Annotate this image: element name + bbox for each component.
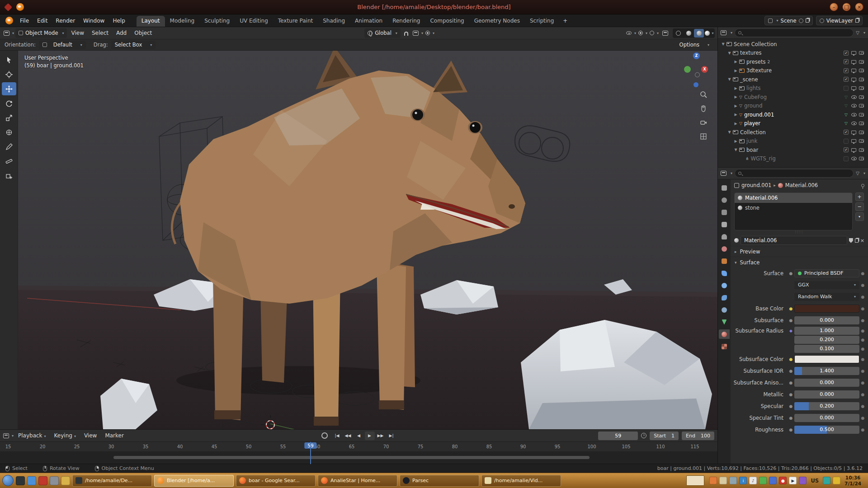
tab-modifiers[interactable] (719, 268, 730, 278)
tab-uv-editing[interactable]: UV Editing (235, 16, 273, 27)
record-tray-icon[interactable]: ● (779, 477, 787, 484)
outliner-row-boar[interactable]: ▼boar✓ (718, 145, 868, 155)
outliner-row-3dtexture[interactable]: ▶3dtexture✓ (718, 66, 868, 75)
unlink-icon[interactable]: × (860, 238, 864, 244)
filter-icon[interactable]: ▽ (856, 30, 859, 35)
tab-scene[interactable] (719, 232, 730, 241)
metallic-slider[interactable]: 0.000 (794, 390, 859, 399)
timeline-editor-icon[interactable] (3, 433, 9, 438)
tab-rendering[interactable]: Rendering (387, 16, 425, 27)
playhead-frame-chip[interactable]: 59 (304, 442, 316, 449)
tab-shading[interactable]: Shading (318, 16, 350, 27)
specular-slider[interactable]: 0.200 (794, 402, 859, 410)
end-frame-field[interactable]: End100 (682, 432, 714, 440)
outliner-row-presets[interactable]: ▶presets2✓ (718, 57, 868, 66)
gizmo-z-axis[interactable]: Z (693, 52, 700, 59)
gizmo-y-axis[interactable] (684, 66, 691, 73)
menu-help[interactable]: Help (108, 14, 129, 27)
menu-render[interactable]: Render (52, 14, 79, 27)
close-button[interactable]: × (855, 3, 863, 11)
outliner-row-junk[interactable]: ▶junk (718, 137, 868, 146)
settings-launcher-icon[interactable] (50, 476, 59, 485)
menu-select[interactable]: Select (88, 30, 112, 36)
viewport-visibility-icon[interactable] (851, 69, 856, 72)
menu-keying[interactable]: Keying▾ (51, 432, 80, 439)
add-workspace-button[interactable]: + (559, 16, 571, 27)
subsurface-ior-slider[interactable]: 1.400 (794, 367, 859, 375)
viewport-visibility-icon[interactable] (851, 86, 856, 90)
add-slot-button[interactable]: + (855, 192, 864, 201)
radius-field-3[interactable]: 0.100 (794, 345, 859, 353)
copy-material-icon[interactable] (855, 239, 859, 243)
render-visibility-icon[interactable] (859, 69, 864, 72)
specular-tint-slider[interactable]: 0.000 (794, 414, 859, 422)
viewport-visibility-icon[interactable] (851, 148, 856, 152)
preview-section-header[interactable]: ▸Preview (731, 246, 868, 257)
viewport-visibility-icon[interactable] (851, 60, 856, 64)
scene-selector[interactable]: ▾ Scene (764, 16, 813, 25)
camera-view-icon[interactable] (699, 118, 708, 127)
outliner-row-lights[interactable]: ▶lights (718, 84, 868, 93)
menu-view[interactable]: View (80, 432, 100, 439)
add-cube-tool[interactable] (2, 169, 16, 182)
render-visibility-icon[interactable] (859, 148, 864, 152)
sss-method-select[interactable]: Random Walk▾ (794, 293, 859, 301)
play-tray-icon[interactable]: ▶ (789, 477, 797, 484)
properties-editor-icon[interactable] (721, 171, 726, 176)
start-frame-field[interactable]: Start1 (650, 432, 679, 440)
tray-icon[interactable] (709, 477, 717, 484)
viewport-visibility-icon[interactable] (851, 51, 856, 55)
exclude-checkbox[interactable] (844, 86, 849, 91)
show-gizmo-dropdown[interactable]: ▾ (637, 28, 648, 38)
blender-logo-icon[interactable] (5, 17, 13, 24)
terminal-launcher-icon[interactable] (16, 476, 25, 485)
render-visibility-icon[interactable] (859, 131, 864, 134)
jump-to-end-button[interactable]: ▶| (387, 432, 396, 440)
menu-file[interactable]: File (16, 14, 33, 27)
gizmo-x-axis[interactable]: X (701, 66, 708, 73)
tab-modeling[interactable]: Modeling (165, 16, 200, 27)
hide-eye-icon[interactable] (851, 122, 857, 125)
tab-world[interactable] (719, 244, 730, 253)
remove-slot-button[interactable]: − (855, 202, 864, 211)
show-overlays-dropdown[interactable]: ▾ (649, 28, 660, 38)
object-visibility-dropdown[interactable]: ▾ (625, 28, 637, 38)
tab-object-data[interactable] (719, 317, 730, 327)
shader-button[interactable]: Principled BSDF (794, 269, 859, 277)
editor-launcher-icon[interactable] (61, 476, 70, 485)
tab-constraints[interactable] (719, 305, 730, 314)
render-visibility-icon[interactable] (859, 122, 864, 125)
exclude-checkbox[interactable]: ✓ (844, 130, 849, 135)
menu-window[interactable]: Window (79, 14, 108, 27)
proportional-edit-toggle[interactable]: ▾ (425, 28, 435, 38)
select-box-tool[interactable] (2, 53, 16, 66)
gizmo-camera-dot[interactable] (693, 82, 698, 87)
files-launcher-icon[interactable] (27, 476, 36, 485)
subsurface-color-swatch[interactable] (794, 355, 859, 363)
pin-icon[interactable] (799, 19, 803, 23)
prev-keyframe-button[interactable]: ◀◀ (343, 432, 353, 440)
orientation-dropdown[interactable]: Default▾ (39, 41, 86, 49)
outliner-row-scene-collection[interactable]: ▼Scene Collection (718, 40, 868, 49)
menu-object[interactable]: Object (131, 30, 156, 36)
hide-eye-icon[interactable] (851, 104, 857, 108)
base-color-swatch[interactable] (794, 305, 859, 313)
shading-material-button[interactable] (694, 29, 704, 38)
pin-icon[interactable] (861, 184, 864, 187)
fake-user-icon[interactable] (849, 238, 853, 243)
render-visibility-icon[interactable] (859, 157, 864, 160)
ortho-grid-icon[interactable] (699, 132, 708, 141)
browse-material-icon[interactable] (734, 238, 739, 243)
rotate-tool[interactable] (2, 97, 16, 110)
tab-output[interactable] (719, 207, 730, 217)
play-reverse-button[interactable]: ◀ (354, 432, 364, 440)
menu-marker[interactable]: Marker (101, 432, 127, 439)
viewport-canvas[interactable]: User Perspective (59) boar | ground.001 … (0, 51, 717, 429)
annotate-tool[interactable] (2, 140, 16, 153)
next-keyframe-button[interactable]: ▶▶ (376, 432, 386, 440)
breadcrumb-object[interactable]: ground.001 (741, 182, 771, 188)
scale-tool[interactable] (2, 111, 16, 124)
tab-physics[interactable] (719, 293, 730, 302)
tab-material[interactable] (719, 329, 730, 339)
options-dropdown[interactable]: Options▾ (676, 41, 713, 49)
